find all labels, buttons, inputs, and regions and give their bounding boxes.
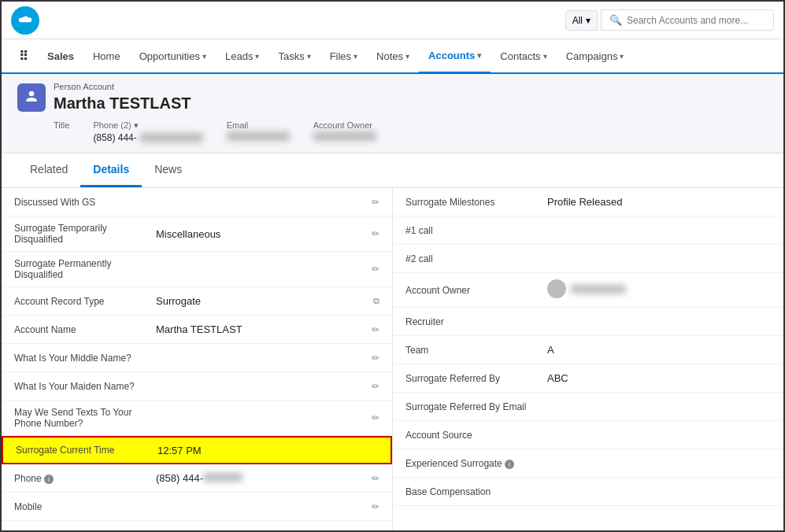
nav-item-home[interactable]: Home — [83, 39, 130, 73]
record-fields: Title Phone (2) ▾ (858) 444- Email Accou… — [17, 120, 768, 143]
field-experienced-surrogate: Experienced Surrogate i — [393, 449, 783, 478]
edit-icon[interactable]: ✏ — [372, 197, 380, 208]
field-2call: #2 call — [393, 245, 783, 273]
nav-app-name: Sales — [38, 39, 83, 73]
tab-details[interactable]: Details — [80, 153, 142, 187]
chevron-down-icon: ▾ — [354, 52, 357, 61]
nav-item-accounts[interactable]: Accounts ▾ — [419, 39, 491, 73]
edit-icon[interactable]: ✏ — [372, 353, 380, 364]
apps-grid-icon: ⠿ — [19, 49, 28, 64]
nav-item-files[interactable]: Files ▾ — [320, 39, 367, 73]
field-surrogate-referred-by: Surrogate Referred By ABC — [393, 364, 783, 393]
chevron-down-icon: ▾ — [405, 52, 409, 61]
salesforce-logo[interactable] — [11, 6, 39, 35]
field-surrogate-milestones: Surrogate Milestones Profile Released — [393, 188, 783, 216]
field-phone: Phone i (858) 444- ✏ — [2, 464, 392, 493]
field-mobile: Mobile ✏ — [2, 493, 392, 521]
record-title: Martha TESTLAST — [54, 94, 191, 113]
field-recruiter: Recruiter — [393, 308, 783, 336]
top-bar: All ▾ 🔍 — [2, 2, 783, 39]
search-area: All ▾ 🔍 — [565, 9, 774, 31]
nav-item-contacts[interactable]: Contacts ▾ — [491, 39, 556, 73]
main-content: Discussed With GS ✏ Surrogate Temporaril… — [2, 188, 783, 532]
lookup-icon[interactable]: ⧉ — [373, 296, 380, 306]
field-maiden-name: What Is Your Maiden Name? ✏ — [2, 372, 392, 401]
field-right-account-owner: Account Owner — [393, 273, 783, 308]
record-field-phone: Phone (2) ▾ (858) 444- — [93, 120, 202, 143]
tab-section: Related Details News — [2, 153, 783, 188]
field-surrogate-current-time: Surrogate Current Time 12:57 PM — [2, 436, 392, 464]
record-header: Person Account Martha TESTLAST Title Pho… — [2, 74, 783, 153]
field-team: Team A — [393, 336, 783, 364]
search-icon: 🔍 — [609, 14, 622, 26]
chevron-down-icon: ▾ — [477, 51, 481, 60]
field-base-compensation: Base Compensation — [393, 478, 783, 506]
record-field-owner: Account Owner — [313, 120, 376, 143]
chevron-down-icon: ▾ — [586, 15, 591, 26]
field-send-texts: May We Send Texts To Your Phone Number? … — [2, 401, 392, 436]
tab-related[interactable]: Related — [17, 153, 80, 187]
nav-item-leads[interactable]: Leads ▾ — [216, 39, 268, 73]
record-type-icon — [17, 83, 46, 112]
info-icon: i — [44, 475, 54, 484]
field-account-record-type: Account Record Type Surrogate ⧉ — [2, 287, 392, 316]
edit-icon[interactable]: ✏ — [372, 228, 380, 239]
nav-item-opportunities[interactable]: Opportunities ▾ — [130, 39, 216, 73]
chevron-down-icon: ▾ — [202, 52, 206, 61]
field-surrogate-temp-disqualified: Surrogate Temporarily Disqualified Misce… — [2, 216, 392, 252]
field-surrogate-referred-by-email: Surrogate Referred By Email — [393, 393, 783, 421]
apps-grid-button[interactable]: ⠿ — [9, 39, 38, 73]
field-account-source: Account Source — [393, 421, 783, 449]
blurred-owner — [313, 131, 376, 141]
blurred-phone-field — [203, 473, 243, 482]
field-middle-name: What Is Your Middle Name? ✏ — [2, 344, 392, 372]
search-input[interactable] — [627, 15, 765, 26]
edit-icon[interactable]: ✏ — [372, 412, 380, 423]
info-icon: i — [505, 460, 514, 469]
record-field-email: Email — [227, 120, 290, 143]
nav-item-campaigns[interactable]: Campaigns ▾ — [557, 39, 634, 73]
breadcrumb: Person Account — [54, 82, 191, 91]
search-filter-label: All — [572, 15, 583, 26]
chevron-down-icon: ▾ — [543, 52, 547, 61]
record-field-title: Title — [54, 120, 69, 143]
search-box[interactable]: 🔍 — [601, 9, 774, 31]
edit-icon[interactable]: ✏ — [372, 264, 380, 275]
search-filter-dropdown[interactable]: All ▾ — [565, 10, 598, 31]
nav-item-tasks[interactable]: Tasks ▾ — [268, 39, 320, 73]
chevron-down-icon: ▾ — [255, 52, 259, 61]
chevron-down-icon: ▾ — [307, 52, 311, 61]
chevron-down-icon: ▾ — [620, 52, 624, 61]
blurred-owner-right — [571, 285, 626, 294]
edit-icon[interactable]: ✏ — [372, 381, 380, 392]
edit-icon[interactable]: ✏ — [372, 324, 380, 335]
nav-bar: ⠿ Sales Home Opportunities ▾ Leads ▾ Tas… — [2, 39, 783, 74]
field-discussed-with-gs: Discussed With GS ✏ — [2, 188, 392, 216]
field-account-name: Account Name Martha TESTLAST ✏ — [2, 316, 392, 344]
blurred-phone — [140, 133, 203, 142]
left-column: Discussed With GS ✏ Surrogate Temporaril… — [2, 188, 393, 532]
blurred-email — [227, 131, 290, 141]
edit-icon[interactable]: ✏ — [372, 501, 380, 512]
avatar — [547, 279, 566, 298]
tab-news[interactable]: News — [142, 153, 194, 187]
nav-item-notes[interactable]: Notes ▾ — [367, 39, 419, 73]
right-column: Surrogate Milestones Profile Released #1… — [393, 188, 783, 532]
field-1call: #1 call — [393, 216, 783, 245]
field-surrogate-perm-disqualified: Surrogate Permanently Disqualified ✏ — [2, 252, 392, 287]
edit-icon[interactable]: ✏ — [372, 473, 380, 484]
